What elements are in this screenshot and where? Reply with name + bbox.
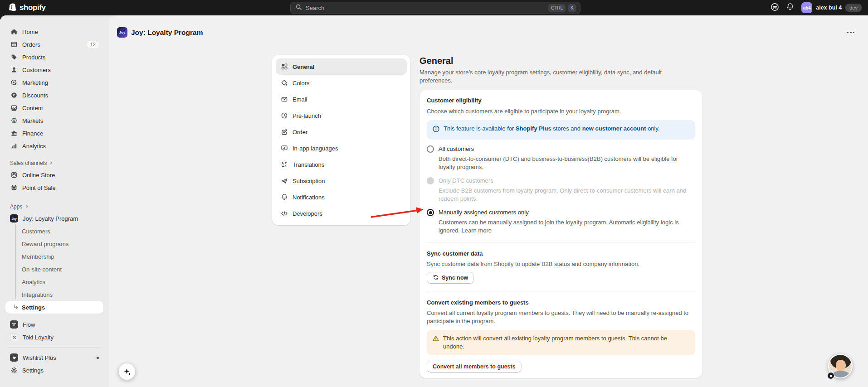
sidebar-item-toki-app[interactable]: Toki Loyalty [5,331,103,343]
sparkle-assistant-button[interactable] [119,363,135,380]
sidebar-item-joy-analytics[interactable]: Analytics [5,276,103,288]
subscription-icon [280,177,288,185]
sync-heading: Sync customer data [427,250,695,258]
radio-only-dtc: Only DTC customers [427,177,695,185]
orders-icon [10,41,18,48]
sidebar-item-joy-app[interactable]: Joy Joy: Loyalty Program [5,212,103,225]
warning-banner-text: This action will convert all existing lo… [443,334,690,351]
panel-description: Manage your store’s core loyalty program… [419,68,680,85]
shortcut-k-key: K [568,4,576,12]
sidebar-item-home[interactable]: Home [5,25,103,38]
support-chat-avatar[interactable] [828,354,853,378]
sidebar-item-point-of-sale[interactable]: Point of Sale [5,181,103,194]
sidebar-item-joy-integrations[interactable]: Integrations [5,288,103,301]
search-input[interactable] [306,5,546,11]
sidebar-item-customers[interactable]: Customers [5,63,103,76]
settings-tab-translations[interactable]: Aa Translations [276,156,407,173]
sidebar-item-joy-onsite-content[interactable]: On-site content [5,263,103,276]
settings-tab-subscription[interactable]: Subscription [276,173,407,189]
search-icon [295,4,302,12]
order-edit-icon [280,128,288,136]
settings-tab-general[interactable]: General [276,58,407,75]
settings-tab-inapp-languages[interactable]: A In-app languages [276,140,407,156]
apps-header[interactable]: Apps [5,201,103,212]
sidebar-item-content[interactable]: Content [5,102,103,114]
target-icon [10,79,18,87]
svg-text:A: A [281,161,284,165]
flow-app-icon [10,320,18,329]
sidebar-item-online-store[interactable]: Online Store [5,169,103,181]
radio-circle-unchecked[interactable] [427,145,434,153]
account-menu[interactable]: ab4 alex bui 4 dev [801,2,862,13]
sidebar-item-products[interactable]: Products [5,51,103,63]
joy-app-submenu: Customers Reward programs Membership On-… [0,225,109,314]
eligibility-heading: Customer eligibility [427,97,695,105]
joy-app-icon: Joy [10,214,18,223]
shopify-bag-icon [8,2,17,14]
svg-text:A: A [283,146,285,150]
sidebar-item-flow-app[interactable]: Flow [5,318,103,331]
sidebar-item-marketing[interactable]: Marketing [5,76,103,89]
chevron-right-icon [24,203,29,210]
tag-icon [10,53,18,61]
wishlist-app-icon [10,353,18,362]
info-icon [432,125,440,135]
svg-text:$: $ [13,119,15,123]
sync-description: Sync customer data from Shopify to updat… [427,260,695,268]
radio-all-customers[interactable]: All customers [427,145,695,153]
option-manually-assigned: Manually assigned customers only Custome… [427,208,695,235]
sidebar-item-finance[interactable]: Finance [5,127,103,140]
sidebar-item-discounts[interactable]: Discounts [5,89,103,102]
option-description: Both direct-to-consumer (DTC) and busine… [439,155,695,171]
sidebar-item-markets[interactable]: $ Markets [5,114,103,127]
code-icon [280,210,288,218]
sync-now-button[interactable]: Sync now [427,272,474,284]
sidebar-item-analytics[interactable]: Analytics [5,140,103,152]
notifications-bell-icon[interactable] [786,3,794,13]
settings-nav: General Colors Email Pre-launch Order [272,55,410,225]
sidebar-item-joy-membership[interactable]: Membership [5,250,103,263]
settings-tab-notifications[interactable]: Notifications [276,189,407,205]
global-search[interactable]: CTRL K [290,2,580,14]
shortcut-ctrl-key: CTRL [548,4,566,12]
globe-dollar-icon: $ [10,117,18,125]
settings-tab-developers[interactable]: Developers [276,205,407,222]
sales-channels-header[interactable]: Sales channels [5,158,103,169]
learn-more-link[interactable]: Learn more [462,227,492,234]
shopify-logo[interactable]: shopify [8,2,46,14]
convert-all-members-button[interactable]: Convert all members to guests [427,361,522,372]
sidebar-item-settings[interactable]: Settings [5,364,103,377]
chevron-right-icon [49,160,53,166]
radio-circle-checked[interactable] [427,209,434,216]
settings-tab-order[interactable]: Order [276,124,407,140]
more-actions-button[interactable] [844,29,858,36]
bell-icon [280,194,288,201]
sync-refresh-icon [433,274,439,282]
discount-badge-icon [10,92,18,99]
settings-tab-prelaunch[interactable]: Pre-launch [276,107,407,124]
notification-dot [97,357,99,359]
sidebar-item-joy-customers[interactable]: Customers [5,225,103,237]
warning-banner: This action will convert all existing lo… [427,330,695,355]
sidebar-item-orders[interactable]: Orders 12 [5,38,103,51]
translate-icon: Aa [280,161,288,169]
toki-app-icon [10,333,18,341]
panel-title: General [419,55,702,67]
section-divider [427,242,695,242]
radio-circle-disabled [427,177,434,184]
env-badge: dev [845,4,862,12]
sidebar-item-joy-reward-programs[interactable]: Reward programs [5,237,103,250]
sidebar-item-joy-settings[interactable]: Settings [5,301,103,314]
orders-count-badge: 12 [87,41,99,48]
sidebar-item-wishlist-plus[interactable]: Wishlist Plus [5,351,103,364]
svg-text:a: a [284,164,287,168]
settings-tab-colors[interactable]: Colors [276,75,407,91]
sidekick-icon[interactable] [770,3,779,13]
info-banner: This feature is available for Shopify Pl… [427,120,695,140]
eligibility-options: All customers Both direct-to-consumer (D… [427,145,695,235]
user-name: alex bui 4 [816,5,842,11]
sidebar: Home Orders 12 Products Customers Market… [0,15,109,387]
option-description: Exclude B2B customers from loyalty progr… [439,187,695,203]
settings-tab-email[interactable]: Email [276,91,407,107]
radio-manually-assigned[interactable]: Manually assigned customers only [427,208,695,217]
